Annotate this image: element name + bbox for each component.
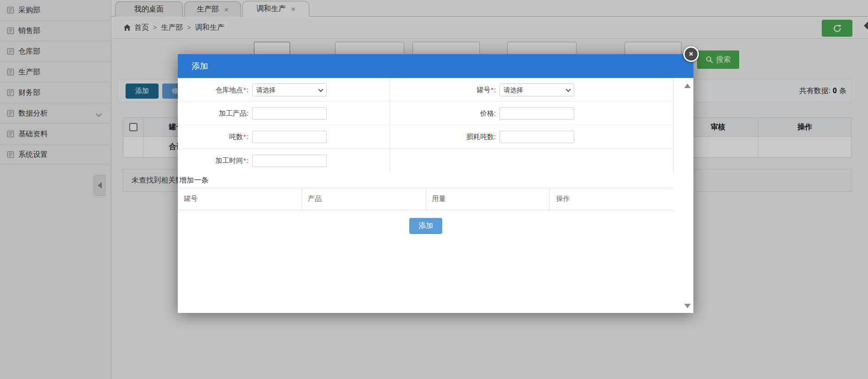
required-marker: * bbox=[243, 156, 246, 165]
product-input[interactable] bbox=[252, 107, 327, 120]
process-time-input[interactable] bbox=[252, 155, 327, 167]
dialog-items-table: 罐号 产品 用量 操作 bbox=[178, 188, 674, 210]
dialog-header[interactable]: 添加 bbox=[178, 54, 693, 78]
field-label: 加工产品: bbox=[178, 109, 248, 118]
items-column-amount: 用量 bbox=[426, 188, 550, 210]
field-label: 价格: bbox=[390, 109, 496, 118]
warehouse-select[interactable]: 请选择 bbox=[252, 84, 327, 96]
price-input[interactable] bbox=[500, 107, 574, 120]
dialog-close-button[interactable]: × bbox=[683, 46, 699, 62]
required-marker: * bbox=[491, 86, 494, 95]
tons-input[interactable] bbox=[252, 131, 327, 143]
field-process-time: 加工时间*: bbox=[178, 149, 390, 173]
field-warehouse: 仓库地点*: 请选择 bbox=[178, 78, 390, 101]
warehouse-select-wrap: 请选择 bbox=[252, 84, 327, 96]
tank-select[interactable]: 请选择 bbox=[500, 84, 574, 96]
required-marker: * bbox=[243, 86, 246, 95]
field-tank: 罐号*: 请选择 bbox=[390, 78, 673, 101]
dialog-title: 添加 bbox=[192, 61, 208, 72]
close-icon: × bbox=[689, 50, 693, 58]
field-price: 价格: bbox=[390, 102, 673, 125]
field-label: 损耗吨数: bbox=[390, 133, 496, 141]
tank-select-wrap: 请选择 bbox=[500, 84, 574, 96]
dialog-form: 仓库地点*: 请选择 罐号*: 请选择 加工产品: bbox=[178, 78, 674, 173]
form-row: 加工产品: 价格: bbox=[178, 102, 673, 125]
items-column-tank: 罐号 bbox=[178, 188, 302, 210]
field-label: 吨数*: bbox=[178, 133, 248, 141]
items-column-product: 产品 bbox=[302, 188, 426, 210]
scroll-up-icon[interactable] bbox=[684, 84, 691, 88]
add-row-section-label: 增加一条 bbox=[179, 173, 209, 188]
field-label: 加工时间*: bbox=[178, 156, 248, 165]
scroll-down-icon[interactable] bbox=[684, 304, 691, 308]
form-row: 仓库地点*: 请选择 罐号*: 请选择 bbox=[178, 78, 673, 102]
add-dialog: 添加 × 仓库地点*: 请选择 罐号*: 请选择 bbox=[178, 54, 693, 313]
form-row: 加工时间*: bbox=[178, 149, 673, 173]
field-label: 仓库地点*: bbox=[178, 86, 248, 95]
loss-tons-input[interactable] bbox=[500, 131, 574, 143]
field-product: 加工产品: bbox=[178, 102, 390, 125]
field-tons: 吨数*: bbox=[178, 125, 390, 148]
app-window: 采购部 销售部 仓库部 生产部 财务部 数据分析 基础资料 系统 bbox=[0, 0, 868, 379]
field-empty bbox=[390, 149, 673, 173]
form-row: 吨数*: 损耗吨数: bbox=[178, 125, 673, 149]
required-marker: * bbox=[243, 133, 246, 141]
field-loss-tons: 损耗吨数: bbox=[390, 125, 673, 148]
items-column-operation: 操作 bbox=[549, 188, 674, 210]
dialog-add-button[interactable]: 添加 bbox=[409, 218, 442, 234]
field-label: 罐号*: bbox=[390, 86, 496, 95]
